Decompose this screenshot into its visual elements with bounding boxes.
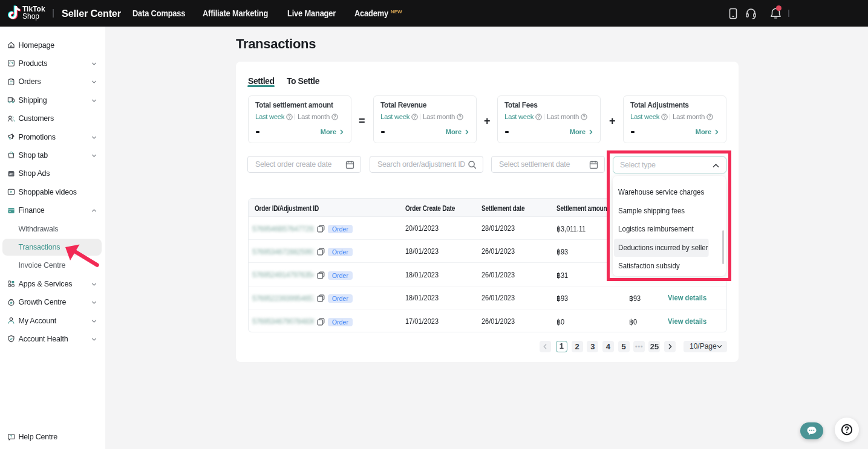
svg-text:AD: AD: [8, 173, 13, 176]
svg-text:?: ?: [10, 434, 12, 438]
